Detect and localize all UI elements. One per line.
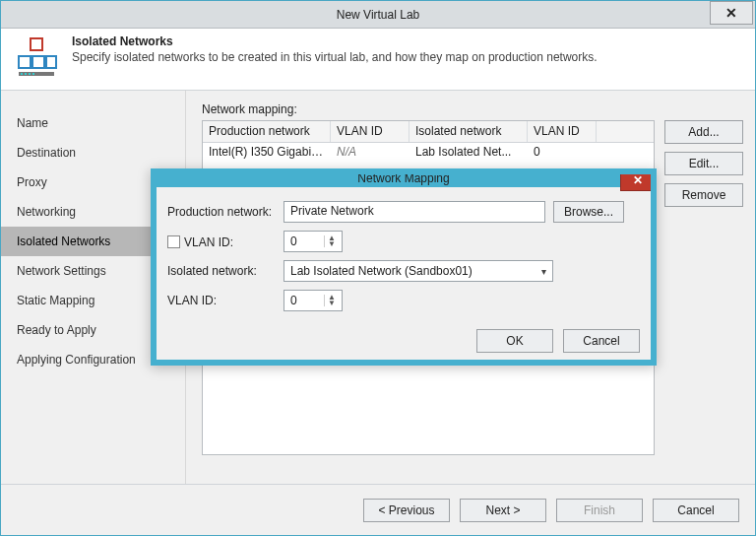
window-close-button[interactable]: ✕ (710, 1, 753, 25)
cell-vlan1: N/A (331, 143, 410, 163)
stepper-arrows-icon[interactable]: ▲▼ (324, 295, 336, 306)
dialog-title: Network Mapping (357, 171, 449, 185)
vlan-id-checkbox[interactable] (167, 235, 180, 248)
wizard-header: Isolated Networks Specify isolated netwo… (1, 29, 755, 91)
vlan-id-1-label: VLAN ID: (167, 234, 276, 249)
svg-rect-5 (21, 73, 23, 75)
header-subheading: Specify isolated networks to be created … (72, 50, 598, 64)
svg-rect-3 (46, 56, 56, 68)
browse-button[interactable]: Browse... (553, 201, 624, 223)
col-isolated-network[interactable]: Isolated network (410, 121, 528, 142)
table-row[interactable]: Intel(R) I350 Gigabit ... N/A Lab Isolat… (203, 143, 654, 163)
network-mapping-label: Network mapping: (202, 102, 655, 116)
svg-rect-8 (32, 73, 34, 75)
window-title: New Virtual Lab (337, 8, 420, 22)
next-button[interactable]: Next > (460, 499, 546, 522)
vlan-id-2-label: VLAN ID: (167, 294, 276, 307)
isolated-network-label: Isolated network: (167, 264, 276, 278)
cell-prod: Intel(R) I350 Gigabit ... (203, 143, 331, 163)
isolated-networks-icon (13, 34, 60, 82)
edit-button[interactable]: Edit... (664, 152, 743, 175)
add-button[interactable]: Add... (664, 120, 743, 144)
col-vlan-id-1[interactable]: VLAN ID (331, 121, 410, 142)
close-icon: ✕ (633, 173, 643, 187)
remove-button[interactable]: Remove (664, 183, 743, 207)
previous-button[interactable]: < Previous (363, 499, 450, 522)
col-vlan-id-2[interactable]: VLAN ID (528, 121, 597, 142)
isolated-network-select[interactable]: Lab Isolated Network (Sandbox01) ▾ (284, 260, 553, 282)
cancel-button[interactable]: Cancel (653, 499, 739, 522)
svg-rect-4 (19, 72, 54, 76)
cell-iso: Lab Isolated Net... (410, 143, 528, 163)
vlan-id-2-stepper[interactable]: 0 ▲▼ (284, 290, 343, 311)
ok-button[interactable]: OK (476, 329, 553, 353)
dialog-cancel-button[interactable]: Cancel (563, 329, 640, 353)
dialog-close-button[interactable]: ✕ (620, 169, 656, 191)
sidebar-item-destination[interactable]: Destination (1, 138, 185, 168)
wizard-footer: < Previous Next > Finish Cancel (1, 484, 755, 535)
grid-side-buttons: Add... Edit... Remove (664, 102, 743, 484)
svg-rect-0 (31, 38, 42, 50)
finish-button: Finish (556, 499, 643, 522)
svg-rect-7 (29, 73, 31, 75)
wizard-window: New Virtual Lab ✕ Isolated Networks Spec… (0, 0, 756, 536)
stepper-arrows-icon[interactable]: ▲▼ (324, 235, 336, 247)
titlebar: New Virtual Lab ✕ (1, 1, 755, 29)
dialog-body: Production network: Private Network Brow… (152, 187, 656, 329)
svg-rect-6 (25, 73, 27, 75)
vlan-id-1-stepper[interactable]: 0 ▲▼ (284, 231, 343, 252)
svg-rect-1 (19, 56, 31, 68)
sidebar-item-name[interactable]: Name (1, 108, 185, 138)
grid-header: Production network VLAN ID Isolated netw… (203, 121, 654, 143)
network-mapping-dialog: Network Mapping ✕ Production network: Pr… (151, 168, 657, 366)
col-production-network[interactable]: Production network (203, 121, 331, 142)
chevron-down-icon: ▾ (541, 266, 546, 277)
cell-vlan2: 0 (528, 143, 597, 163)
production-network-input[interactable]: Private Network (284, 201, 545, 223)
svg-rect-2 (32, 56, 44, 68)
dialog-titlebar: Network Mapping ✕ (152, 169, 656, 187)
header-heading: Isolated Networks (72, 34, 598, 48)
production-network-label: Production network: (167, 205, 276, 219)
dialog-footer: OK Cancel (152, 329, 656, 365)
close-icon: ✕ (725, 5, 737, 21)
